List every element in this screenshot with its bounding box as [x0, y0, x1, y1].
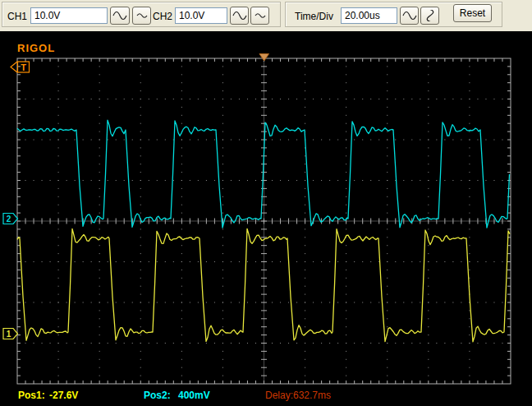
- trigger-type-icon: T: [9, 60, 32, 74]
- pos2-label: Pos2:: [144, 390, 171, 401]
- trigger-position-icon[interactable]: [259, 53, 270, 62]
- oscilloscope-screen: RIGOL T 2 1 Pos1: -27.6V Pos2: 400mV Del…: [0, 31, 532, 406]
- delay-readout: Delay:632.7ms: [265, 390, 331, 401]
- ch2-fine-adjust-button[interactable]: [250, 7, 269, 25]
- ch1-label: CH1: [7, 11, 27, 22]
- pos1-label: Pos1:: [18, 390, 45, 401]
- sine-coarse-icon: [232, 10, 247, 21]
- pos1-value: -27.6V: [49, 390, 78, 401]
- sine-coarse-icon: [112, 10, 127, 21]
- ch1-scale-input[interactable]: [30, 7, 108, 24]
- reset-button[interactable]: Reset: [453, 4, 492, 22]
- channel-controls-group: CH1 CH2: [2, 2, 281, 27]
- ch2-scale-input[interactable]: [175, 7, 227, 24]
- timediv-label: Time/Div: [295, 11, 333, 22]
- ch2-coarse-adjust-button[interactable]: [230, 7, 249, 25]
- svg-text:2: 2: [7, 215, 11, 224]
- ch1-coarse-adjust-button[interactable]: [110, 7, 130, 25]
- sine-vertical-icon: [423, 10, 438, 21]
- svg-text:1: 1: [7, 330, 11, 339]
- timediv-fine-adjust-button[interactable]: [420, 7, 439, 25]
- ch1-fine-adjust-button[interactable]: [132, 7, 151, 25]
- timediv-input[interactable]: [341, 7, 397, 24]
- sine-coarse-icon: [402, 10, 417, 21]
- sine-fine-icon: [135, 10, 149, 21]
- toolbar: CH1 CH2 Time/Div: [0, 0, 532, 31]
- waveform-display: [0, 31, 532, 406]
- brand-logo: RIGOL: [17, 42, 55, 54]
- oscilloscope-app-window: CH1 CH2 Time/Div: [0, 0, 532, 406]
- status-bar: Pos1: -27.6V Pos2: 400mV Delay:632.7ms: [0, 390, 532, 406]
- pos2-value: 400mV: [178, 390, 210, 401]
- sine-fine-icon: [253, 10, 268, 21]
- ch1-position-marker[interactable]: 1: [2, 327, 19, 340]
- ch2-position-marker[interactable]: 2: [2, 212, 19, 225]
- ch2-label: CH2: [153, 11, 172, 22]
- timediv-coarse-adjust-button[interactable]: [400, 7, 419, 25]
- svg-text:T: T: [21, 62, 26, 72]
